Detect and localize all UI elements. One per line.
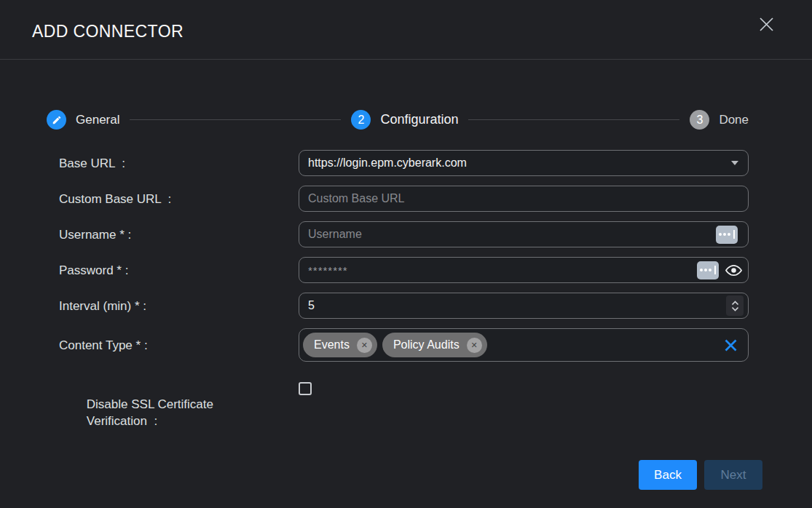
add-connector-dialog: ADD CONNECTOR General 2 Configuration 3 bbox=[0, 0, 812, 508]
ssl-label: Disable SSL Certificate Verification : bbox=[59, 379, 299, 446]
connector-form: Base URL : https://login.epm.cyberark.co… bbox=[0, 150, 812, 446]
content-type-multiselect[interactable]: Events ✕ Policy Audits ✕ bbox=[299, 328, 749, 362]
custom-base-url-input[interactable] bbox=[308, 186, 739, 211]
step-connector-line bbox=[130, 119, 341, 120]
password-input[interactable] bbox=[308, 258, 697, 282]
base-url-dropdown[interactable]: https://login.epm.cyberark.com bbox=[299, 150, 749, 176]
vault-picker-icon bbox=[700, 269, 703, 271]
base-url-value: https://login.epm.cyberark.com bbox=[308, 156, 467, 170]
chip-label: Events bbox=[314, 338, 350, 352]
base-url-label: Base URL : bbox=[59, 155, 299, 172]
row-custom-base-url: Custom Base URL : bbox=[59, 186, 749, 212]
custom-base-url-label: Custom Base URL : bbox=[59, 191, 299, 207]
step-done[interactable]: 3 Done bbox=[690, 110, 749, 130]
interval-label: Interval (min) * : bbox=[59, 298, 299, 314]
pencil-icon bbox=[52, 115, 62, 125]
step-connector-line bbox=[468, 119, 679, 120]
clear-x-icon bbox=[724, 338, 738, 352]
interval-input[interactable] bbox=[308, 293, 726, 318]
step-general-indicator bbox=[47, 110, 66, 130]
close-button[interactable] bbox=[757, 15, 776, 33]
eye-icon bbox=[725, 264, 742, 277]
chip-policy-audits: Policy Audits ✕ bbox=[382, 333, 487, 357]
step-configuration-indicator: 2 bbox=[351, 110, 371, 130]
stepper-chevrons-icon bbox=[730, 300, 740, 312]
chip-events: Events ✕ bbox=[303, 333, 377, 357]
number-stepper[interactable] bbox=[726, 295, 744, 316]
next-button[interactable]: Next bbox=[704, 460, 762, 490]
step-general[interactable]: General bbox=[47, 110, 119, 130]
back-button[interactable]: Back bbox=[639, 460, 697, 490]
chip-remove-icon[interactable]: ✕ bbox=[357, 338, 372, 353]
show-password-button[interactable] bbox=[725, 264, 742, 277]
vault-picker-icon bbox=[719, 233, 722, 236]
content-type-label: Content Type * : bbox=[59, 337, 299, 354]
wizard-stepper: General 2 Configuration 3 Done bbox=[47, 110, 749, 130]
row-content-type: Content Type * : Events ✕ Policy Audits … bbox=[59, 328, 749, 362]
step-configuration-label: Configuration bbox=[380, 112, 458, 127]
page-title: ADD CONNECTOR bbox=[32, 22, 184, 41]
row-username: Username * : bbox=[59, 221, 749, 247]
chevron-down-icon bbox=[731, 161, 738, 165]
vault-picker-button[interactable] bbox=[697, 261, 719, 279]
chip-label: Policy Audits bbox=[393, 338, 460, 352]
row-interval: Interval (min) * : bbox=[59, 293, 749, 319]
step-general-label: General bbox=[76, 113, 119, 127]
row-ssl-verification: Disable SSL Certificate Verification : bbox=[59, 379, 749, 446]
step-done-label: Done bbox=[719, 113, 749, 127]
username-label: Username * : bbox=[59, 226, 299, 243]
vault-picker-button[interactable] bbox=[716, 226, 738, 244]
clear-all-button[interactable] bbox=[724, 338, 738, 352]
step-done-indicator: 3 bbox=[690, 110, 709, 130]
username-input[interactable] bbox=[308, 222, 716, 247]
ssl-checkbox[interactable] bbox=[299, 382, 312, 395]
chip-remove-icon[interactable]: ✕ bbox=[467, 338, 482, 353]
close-icon bbox=[758, 16, 775, 33]
row-password: Password * : bbox=[59, 257, 749, 283]
step-configuration[interactable]: 2 Configuration bbox=[351, 110, 458, 130]
password-label: Password * : bbox=[59, 262, 299, 279]
dialog-header: ADD CONNECTOR bbox=[0, 0, 812, 60]
dialog-footer: Back Next bbox=[0, 460, 812, 490]
row-base-url: Base URL : https://login.epm.cyberark.co… bbox=[59, 150, 749, 176]
